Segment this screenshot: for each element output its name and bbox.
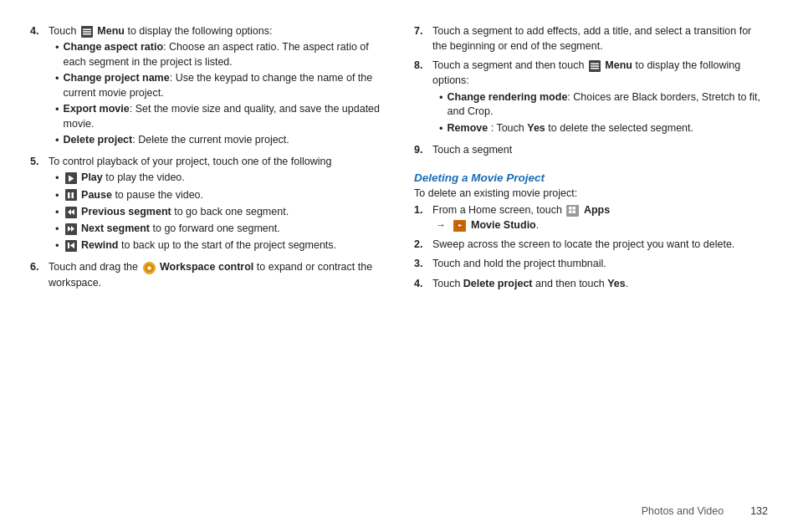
list-item-5: 5. To control playback of your project, …	[30, 154, 384, 255]
menu-icon-8	[589, 60, 601, 72]
apps-label: Apps	[584, 204, 610, 216]
item-5-text: To control playback of your project, tou…	[49, 156, 331, 167]
svg-rect-4	[68, 192, 70, 198]
item-num-5: 5.	[30, 154, 45, 255]
subitem-5-next: • Next segment to go forward one segment…	[55, 222, 384, 237]
svg-rect-16	[591, 68, 599, 69]
section-intro: To delete an existing movie project:	[414, 187, 768, 199]
list-item-6: 6. Touch and drag the Workspace control …	[30, 259, 384, 289]
section-item-1-text-before: From a Home screen, touch	[432, 204, 562, 216]
subitem-4-1: • Change aspect ratio: Choose an aspect …	[55, 40, 384, 69]
deleting-section: Deleting a Movie Project To delete an ex…	[414, 166, 768, 295]
pause-icon	[65, 189, 77, 201]
svg-marker-6	[71, 209, 74, 215]
item-7-content: Touch a segment to add effects, add a ti…	[432, 23, 768, 54]
item-5-subitems: • Play to play the video. •	[49, 171, 384, 253]
section-list: 1. From a Home screen, touch Apps	[414, 202, 768, 291]
subitem-5-pause: • Pause to pause the video.	[55, 188, 384, 203]
yes-label: Yes	[607, 278, 626, 289]
rewind-icon	[65, 240, 77, 252]
section-item-4-text-before: Touch	[432, 278, 460, 289]
svg-rect-18	[573, 207, 576, 210]
delete-project-label: Delete project	[463, 278, 533, 289]
subitem-8-2: • Remove : Touch Yes to delete the selec…	[439, 121, 768, 136]
item-9-content: Touch a segment	[432, 142, 768, 157]
item-num-9: 9.	[414, 142, 429, 157]
item-4-subitems: • Change aspect ratio: Choose an aspect …	[49, 40, 384, 148]
item-6-text-before: Touch and drag the	[49, 261, 138, 273]
play-icon	[65, 172, 77, 184]
subitem-4-4: • Delete project: Delete the current mov…	[55, 133, 384, 148]
item-4-text-before: Touch	[49, 25, 76, 37]
left-column: 4. Touch Menu to display the following o…	[30, 23, 384, 509]
svg-rect-15	[591, 65, 599, 67]
right-column: 7. Touch a segment to add effects, add a…	[414, 23, 768, 509]
list-item-7: 7. Touch a segment to add effects, add a…	[414, 23, 768, 54]
section-item-2-content: Sweep across the screen to locate the pr…	[432, 237, 768, 252]
prev-segment-icon	[65, 207, 77, 218]
svg-rect-2	[83, 33, 91, 35]
menu-label-8: Menu	[605, 59, 632, 71]
item-4-text-after: to display the following options:	[127, 25, 272, 37]
list-item-8: 8. Touch a segment and then touch Menu t…	[414, 58, 768, 137]
section-title: Deleting a Movie Project	[414, 171, 768, 184]
section-item-3: 3. Touch and hold the project thumbnail.	[414, 256, 768, 271]
svg-marker-11	[69, 243, 74, 248]
subitem-4-2: • Change project name: Use the keypad to…	[55, 71, 384, 100]
apps-icon	[566, 205, 579, 217]
section-item-4-content: Touch Delete project and then touch Yes.	[432, 276, 768, 291]
section-item-num-1: 1.	[414, 202, 429, 233]
item-num-7: 7.	[414, 23, 429, 54]
section-item-1: 1. From a Home screen, touch Apps	[414, 202, 768, 233]
workspace-control-icon	[143, 262, 156, 274]
svg-rect-19	[569, 211, 572, 214]
footer-page: 132	[750, 505, 768, 517]
section-item-1-content: From a Home screen, touch Apps →	[432, 202, 768, 233]
subitem-8-1: • Change rendering mode: Choices are Bla…	[439, 90, 768, 120]
subitem-5-prev: • Previous segment to go back one segmen…	[55, 205, 384, 220]
section-item-3-content: Touch and hold the project thumbnail.	[432, 256, 768, 271]
item-5-content: To control playback of your project, tou…	[49, 154, 384, 255]
menu-label-4: Menu	[97, 25, 125, 37]
item-4-content: Touch Menu to display the following opti…	[49, 23, 384, 150]
section-item-num-2: 2.	[414, 237, 429, 252]
section-item-2: 2. Sweep across the screen to locate the…	[414, 237, 768, 252]
next-segment-icon	[65, 223, 77, 235]
item-8-subitems: • Change rendering mode: Choices are Bla…	[432, 90, 768, 136]
menu-icon-4	[81, 26, 93, 38]
svg-rect-0	[83, 28, 91, 30]
item-6-content: Touch and drag the Workspace control to …	[49, 259, 384, 289]
section-item-4-text-mid: and then touch	[535, 278, 605, 289]
movie-studio-icon	[453, 220, 466, 232]
section-item-num-3: 3.	[414, 256, 429, 271]
subitem-5-rewind: • Rewind to back up to the start of the …	[55, 238, 384, 253]
section-item-3-text: Touch and hold the project thumbnail.	[432, 258, 606, 269]
section-item-2-text: Sweep across the screen to locate the pr…	[432, 238, 734, 250]
subitem-5-play: • Play to play the video.	[55, 171, 384, 186]
svg-rect-17	[569, 207, 572, 210]
svg-rect-1	[83, 31, 91, 33]
list-item-4: 4. Touch Menu to display the following o…	[30, 23, 384, 150]
svg-marker-8	[68, 226, 71, 232]
footer: Photos and Video 132	[642, 505, 768, 517]
list-item-9: 9. Touch a segment	[414, 142, 768, 157]
movie-studio-label: Movie Studio	[471, 219, 536, 231]
svg-rect-5	[72, 192, 74, 198]
subitem-4-3: • Export movie: Set the movie size and q…	[55, 102, 384, 131]
svg-point-13	[147, 266, 151, 269]
svg-rect-14	[591, 63, 599, 64]
arrow-icon: →	[436, 219, 446, 231]
section-item-4: 4. Touch Delete project and then touch Y…	[414, 276, 768, 291]
item-9-text: Touch a segment	[432, 144, 512, 156]
svg-marker-9	[71, 226, 74, 232]
section-item-num-4: 4.	[414, 276, 429, 291]
svg-marker-3	[69, 175, 74, 182]
item-8-text-before: Touch a segment and then touch	[432, 59, 584, 71]
svg-marker-7	[68, 209, 71, 215]
workspace-control-label: Workspace control	[160, 261, 253, 273]
item-num-6: 6.	[30, 259, 45, 289]
footer-section: Photos and Video	[642, 505, 724, 517]
svg-rect-10	[68, 243, 69, 248]
item-8-content: Touch a segment and then touch Menu to d…	[432, 58, 768, 137]
item-num-8: 8.	[414, 58, 429, 137]
